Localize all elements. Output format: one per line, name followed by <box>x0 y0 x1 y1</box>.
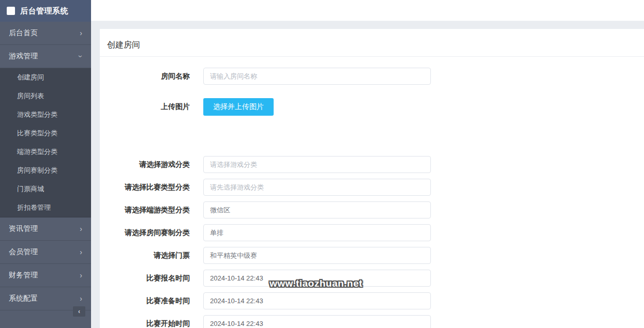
sidebar-subitem-ticket-shop[interactable]: 门票商城 <box>0 180 91 198</box>
sidebar-item-finance-management[interactable]: 财务管理 › <box>0 264 91 287</box>
sidebar-subitem-client-game-type[interactable]: 端游类型分类 <box>0 143 91 161</box>
sidebar: 后台管理系统 后台首页 › 游戏管理 › 创建房间 房间列表 游戏类型分类 比赛… <box>0 0 91 328</box>
sidebar-item-label: 资讯管理 <box>9 224 38 233</box>
prepare-time-input[interactable]: 2024-10-14 22:43 <box>203 292 431 309</box>
app-title: 后台管理系统 <box>20 6 68 16</box>
main-area: 创建房间 房间名称 上传图片 选择并上传图片 请选择游戏分类 <box>91 0 644 328</box>
form-row-client-game-type: 请选择端游类型分类 微信区 <box>100 201 644 218</box>
app-logo: 后台管理系统 <box>0 0 91 22</box>
sidebar-item-home[interactable]: 后台首页 › <box>0 22 91 45</box>
ticket-label: 请选择门票 <box>100 247 190 264</box>
sidebar-subitem-room-format[interactable]: 房间赛制分类 <box>0 161 91 180</box>
chevron-right-icon: › <box>80 29 82 37</box>
room-format-label: 请选择房间赛制分类 <box>100 224 190 241</box>
sidebar-item-news-management[interactable]: 资讯管理 › <box>0 217 91 241</box>
chevron-down-icon: › <box>78 55 85 58</box>
sidebar-subitem-discount-coupon[interactable]: 折扣卷管理 <box>0 198 91 217</box>
form-row-ticket: 请选择门票 和平精英中级赛 <box>100 247 644 264</box>
signup-time-input[interactable]: 2024-10-14 22:43 <box>203 270 431 287</box>
sidebar-subitem-create-room[interactable]: 创建房间 <box>0 68 91 87</box>
collapse-chevron-icon: ‹ <box>78 308 80 315</box>
chevron-right-icon: › <box>80 272 82 279</box>
sidebar-collapse-button[interactable]: ‹ <box>73 306 85 317</box>
content-area: 创建房间 房间名称 上传图片 选择并上传图片 请选择游戏分类 <box>91 22 644 328</box>
upload-image-label: 上传图片 <box>100 98 190 115</box>
sidebar-item-label: 后台首页 <box>9 28 38 38</box>
chevron-right-icon: › <box>80 248 82 256</box>
client-game-type-select[interactable]: 微信区 <box>203 201 431 218</box>
signup-time-label: 比赛报名时间 <box>100 270 190 287</box>
sidebar-item-label: 财务管理 <box>9 271 38 280</box>
form-row-match-type: 请选择比赛类型分类 请先选择游戏分类 <box>100 179 644 196</box>
room-name-input[interactable] <box>203 68 431 85</box>
sidebar-subitem-room-list[interactable]: 房间列表 <box>0 87 91 105</box>
ticket-select[interactable]: 和平精英中级赛 <box>203 247 431 264</box>
room-name-label: 房间名称 <box>100 68 190 85</box>
game-category-select[interactable]: 请选择游戏分类 <box>203 156 431 173</box>
room-format-select[interactable]: 单排 <box>203 224 431 241</box>
create-room-card: 创建房间 房间名称 上传图片 选择并上传图片 请选择游戏分类 <box>100 29 644 328</box>
match-type-label: 请选择比赛类型分类 <box>100 179 190 196</box>
game-management-submenu: 创建房间 房间列表 游戏类型分类 比赛类型分类 端游类型分类 房间赛制分类 门票… <box>0 68 91 217</box>
logo-square-icon <box>7 7 15 15</box>
create-room-form: 房间名称 上传图片 选择并上传图片 请选择游戏分类 请选择游戏分类 <box>100 57 644 328</box>
chevron-right-icon: › <box>80 295 82 302</box>
page-title: 创建房间 <box>100 29 644 57</box>
prepare-time-label: 比赛准备时间 <box>100 292 190 309</box>
client-game-type-label: 请选择端游类型分类 <box>100 201 190 218</box>
form-row-prepare-time: 比赛准备时间 2024-10-14 22:43 <box>100 292 644 309</box>
sidebar-subitem-game-type[interactable]: 游戏类型分类 <box>0 105 91 124</box>
form-row-game-category: 请选择游戏分类 请选择游戏分类 <box>100 156 644 173</box>
upload-image-button[interactable]: 选择并上传图片 <box>203 98 274 116</box>
chevron-right-icon: › <box>80 225 82 232</box>
sidebar-item-label: 游戏管理 <box>9 52 38 61</box>
sidebar-item-label: 系统配置 <box>9 294 38 303</box>
match-type-select[interactable]: 请先选择游戏分类 <box>203 179 431 196</box>
start-time-input[interactable]: 2024-10-14 22:43 <box>203 315 431 328</box>
sidebar-item-member-management[interactable]: 会员管理 › <box>0 241 91 264</box>
form-row-room-name: 房间名称 <box>100 68 644 85</box>
sidebar-item-label: 会员管理 <box>9 247 38 257</box>
top-bar <box>91 0 644 21</box>
game-category-label: 请选择游戏分类 <box>100 156 190 173</box>
sidebar-item-game-management[interactable]: 游戏管理 › <box>0 45 91 68</box>
sidebar-subitem-match-type[interactable]: 比赛类型分类 <box>0 124 91 143</box>
form-row-upload-image: 上传图片 选择并上传图片 <box>100 98 644 116</box>
form-row-start-time: 比赛开始时间 2024-10-14 22:43 <box>100 315 644 328</box>
form-row-room-format: 请选择房间赛制分类 单排 <box>100 224 644 241</box>
form-row-signup-time: 比赛报名时间 2024-10-14 22:43 <box>100 270 644 287</box>
start-time-label: 比赛开始时间 <box>100 315 190 328</box>
